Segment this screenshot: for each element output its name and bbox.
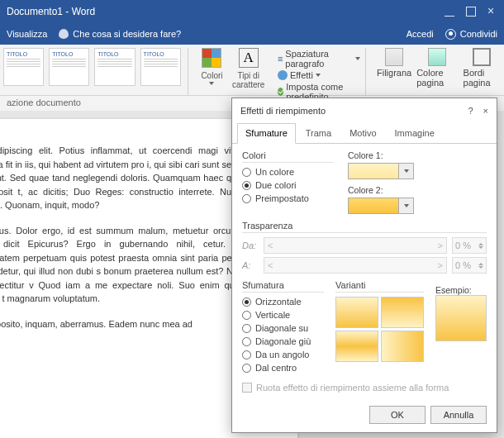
theme-preview-3[interactable]: Titolo — [94, 48, 135, 86]
ribbon-tabs-bar: Visualizza Che cosa si desidera fare? Ac… — [0, 23, 504, 45]
dialog-title: Effetti di riempimento — [240, 106, 326, 116]
cancel-button[interactable]: Annulla — [430, 406, 487, 424]
dialog-help-button[interactable]: ? — [468, 106, 473, 116]
effects-button[interactable]: Effetti — [278, 70, 360, 80]
variants-title: Varianti — [335, 280, 424, 293]
page-color-icon — [428, 48, 446, 66]
radio-from-corner[interactable]: Da un angolo — [242, 350, 324, 359]
color2-picker[interactable] — [348, 198, 414, 214]
maximize-button[interactable] — [466, 7, 476, 17]
lightbulb-icon — [59, 29, 69, 39]
ribbon: Titolo TITOLO Titolo TITOLO Colori A Tip… — [0, 45, 504, 96]
transparency-to-value[interactable]: 0 % — [452, 257, 487, 274]
color1-label: Colore 1: — [348, 150, 414, 160]
watermark-icon — [385, 48, 403, 66]
variant-1[interactable] — [335, 297, 378, 328]
example-preview — [435, 295, 487, 341]
dialog-close-button[interactable]: × — [483, 106, 488, 116]
check-icon — [278, 88, 283, 96]
tab-motivo[interactable]: Motivo — [341, 123, 384, 143]
color1-picker[interactable] — [348, 163, 414, 179]
transparency-from-slider[interactable]: <> — [264, 237, 447, 254]
transparency-to-row: A: <> 0 % — [242, 257, 487, 274]
variant-2[interactable] — [381, 297, 424, 328]
tab-visualizza[interactable]: Visualizza — [7, 29, 47, 39]
page-borders-icon — [473, 48, 491, 66]
variant-3[interactable] — [335, 331, 378, 362]
ok-button[interactable]: OK — [369, 406, 426, 424]
font-icon: A — [239, 48, 259, 68]
tab-immagine[interactable]: Immagine — [387, 123, 443, 143]
fill-effects-dialog: Effetti di riempimento ? × Sfumature Tra… — [231, 98, 497, 433]
colors-group-title: Colori — [242, 150, 333, 163]
close-button[interactable]: × — [487, 7, 497, 17]
transparency-to-slider[interactable]: <> — [264, 257, 447, 274]
variant-4[interactable] — [381, 331, 424, 362]
fonts-button[interactable]: A Tipi di carattere — [228, 48, 269, 95]
color2-label: Colore 2: — [348, 185, 414, 195]
window-titlebar: Documento1 - Word × — [0, 0, 504, 23]
window-title: Documento1 - Word — [7, 6, 95, 17]
search-placeholder: Che cosa si desidera fare? — [73, 29, 181, 39]
radio-two-colors[interactable]: Due colori — [242, 180, 333, 190]
theme-preview-2[interactable]: TITOLO — [49, 48, 89, 86]
checkbox-icon — [242, 383, 252, 393]
person-icon — [445, 29, 456, 40]
paragraph-spacing-button[interactable]: ≡Spaziatura paragrafo — [278, 49, 360, 69]
shading-title: Sfumatura — [242, 280, 324, 293]
colors-icon — [202, 48, 221, 68]
radio-vertical[interactable]: Verticale — [242, 310, 324, 320]
radio-diagonal-down[interactable]: Diagonale giù — [242, 336, 324, 346]
theme-preview-4[interactable]: TITOLO — [140, 48, 181, 86]
paragraph: tur adipiscing elit. Potius inflammat, u… — [0, 144, 256, 212]
paragraph: i sumus. Dolor ergo, id est summum malum… — [0, 224, 256, 306]
sign-in-link[interactable]: Accedi — [407, 29, 434, 39]
radio-one-color[interactable]: Un colore — [242, 167, 333, 177]
example-label: Esempio: — [435, 285, 487, 295]
transparency-from-row: Da: <> 0 % — [242, 237, 487, 254]
tab-sfumature[interactable]: Sfumature — [237, 123, 296, 144]
dialog-titlebar: Effetti di riempimento ? × — [232, 98, 497, 123]
theme-preview-1[interactable]: Titolo — [3, 48, 44, 86]
minimize-button[interactable] — [445, 7, 454, 17]
page-color-button[interactable]: Colore pagina — [416, 48, 458, 95]
radio-from-center[interactable]: Dal centro — [242, 363, 324, 373]
radio-diagonal-up[interactable]: Diagonale su — [242, 323, 324, 333]
transparency-title: Trasparenza — [242, 221, 487, 233]
transparency-from-value[interactable]: 0 % — [452, 237, 487, 254]
tab-trama[interactable]: Trama — [297, 123, 340, 143]
paragraph: a proposito, inquam, aberramus. Eadem nu… — [0, 317, 256, 331]
page-borders-button[interactable]: Bordi pagina — [464, 48, 501, 95]
dialog-tabs: Sfumature Trama Motivo Immagine — [232, 123, 497, 144]
share-button[interactable]: Condividi — [445, 29, 497, 40]
tell-me-search[interactable]: Che cosa si desidera fare? — [59, 29, 181, 39]
watermark-button[interactable]: Filigrana — [377, 48, 411, 95]
radio-horizontal[interactable]: Orizzontale — [242, 297, 324, 307]
rotate-effect-checkbox[interactable]: Ruota effetto di riempimento assieme all… — [242, 383, 487, 393]
radio-preset[interactable]: Preimpostato — [242, 193, 333, 203]
window-controls: × — [445, 7, 497, 17]
colors-button[interactable]: Colori — [201, 48, 222, 95]
